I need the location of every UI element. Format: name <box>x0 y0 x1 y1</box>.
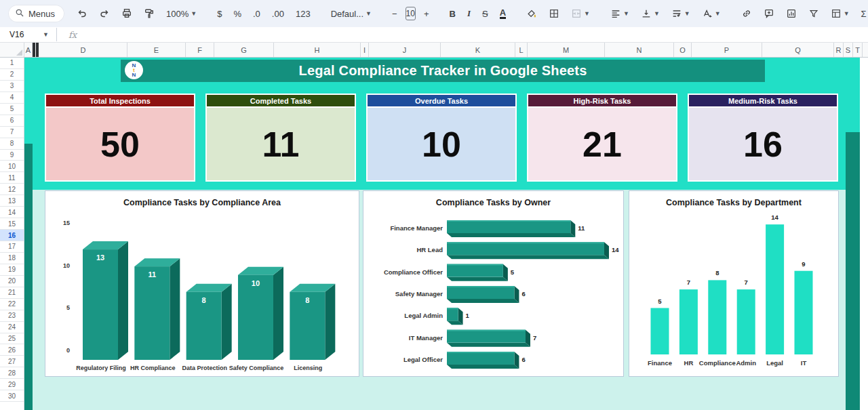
row-header-29[interactable]: 29 <box>0 379 24 390</box>
column-header-G[interactable]: G <box>214 43 274 57</box>
row-header-13[interactable]: 13 <box>0 195 24 207</box>
row-header-6[interactable]: 6 <box>0 115 24 127</box>
column-header-E[interactable]: E <box>127 43 186 57</box>
column-header-N[interactable]: N <box>605 43 674 57</box>
row-header-27[interactable]: 27 <box>0 356 24 367</box>
column-header-R[interactable]: R <box>834 43 844 57</box>
kpi-card-body: 50 <box>46 108 194 180</box>
chart-panel-2[interactable]: Compliance Tasks by Department5Finance7H… <box>629 190 839 377</box>
chart-panel-0[interactable]: Compliance Tasks by Compliance Area05101… <box>45 190 359 377</box>
row-header-11[interactable]: 11 <box>0 172 24 184</box>
kpi-card-4[interactable]: Medium-Risk Tasks16 <box>688 94 838 182</box>
borders-button[interactable] <box>545 6 563 21</box>
zoom-select[interactable]: 100%▼ <box>163 7 200 21</box>
svg-text:Safety Compliance: Safety Compliance <box>229 365 284 371</box>
row-header-16[interactable]: 16 <box>0 230 24 241</box>
filter-button[interactable] <box>805 6 823 21</box>
column-header-Q[interactable]: Q <box>762 43 834 57</box>
vertical-align-button[interactable]: ▼ <box>637 6 663 21</box>
svg-text:Compliance Tasks by Compliance: Compliance Tasks by Compliance Area <box>123 198 281 207</box>
column-header-L[interactable]: L <box>515 43 528 57</box>
italic-button[interactable]: I <box>464 6 474 21</box>
row-header-2[interactable]: 2 <box>0 69 24 81</box>
strikethrough-button[interactable]: S <box>479 7 492 21</box>
horizontal-align-button[interactable]: ▼ <box>607 6 633 21</box>
kpi-card-3[interactable]: High-Risk Tasks21 <box>527 94 677 182</box>
chart-panel-1[interactable]: Compliance Tasks by Owner11Finance Manag… <box>363 190 624 377</box>
row-header-10[interactable]: 10 <box>0 161 24 172</box>
row-header-3[interactable]: 3 <box>0 81 24 92</box>
paint-format-button[interactable] <box>140 6 158 21</box>
redo-button[interactable] <box>96 6 113 21</box>
insert-comment-button[interactable] <box>760 6 778 21</box>
row-header-7[interactable]: 7 <box>0 127 24 138</box>
sheet-canvas[interactable]: Legal Compliance Tracker in Google Sheet… <box>24 58 860 410</box>
row-header-22[interactable]: 22 <box>0 299 24 310</box>
text-wrap-button[interactable]: ▼ <box>668 6 694 21</box>
merge-cells-button[interactable]: ▼ <box>568 6 593 21</box>
column-header-I[interactable]: I <box>361 43 369 57</box>
column-header-A[interactable]: A <box>24 43 33 57</box>
kpi-card-2[interactable]: Overdue Tasks10 <box>366 94 517 182</box>
text-color-button[interactable]: A <box>500 8 506 19</box>
row-header-14[interactable]: 14 <box>0 207 24 218</box>
row-header-20[interactable]: 20 <box>0 276 24 287</box>
format-currency-button[interactable]: $ <box>214 7 225 21</box>
table-views-button[interactable]: ▼ <box>827 6 853 21</box>
undo-button[interactable] <box>73 6 91 21</box>
select-all-corner[interactable] <box>0 43 24 57</box>
svg-text:IT Manager: IT Manager <box>409 334 443 342</box>
row-header-25[interactable]: 25 <box>0 333 24 345</box>
svg-text:Admin: Admin <box>736 359 756 367</box>
kpi-card-label: Medium-Risk Tasks <box>689 95 837 108</box>
column-header-D[interactable]: D <box>39 43 127 57</box>
kpi-card-0[interactable]: Total Inspections50 <box>45 94 195 182</box>
row-header-26[interactable]: 26 <box>0 344 24 356</box>
decrease-decimal-button[interactable]: .0 <box>250 7 264 21</box>
column-header-P[interactable]: P <box>692 43 762 57</box>
insert-link-button[interactable] <box>738 6 755 21</box>
row-header-23[interactable]: 23 <box>0 310 24 322</box>
column-header-F[interactable]: F <box>186 43 214 57</box>
name-box[interactable]: V16 ▼ <box>0 30 54 39</box>
column-header-J[interactable]: J <box>369 43 441 57</box>
column-header-M[interactable]: M <box>528 43 605 57</box>
row-header-24[interactable]: 24 <box>0 322 24 333</box>
insert-chart-button[interactable] <box>783 6 800 21</box>
kpi-card-value: 50 <box>100 124 140 165</box>
increase-font-size-button[interactable]: + <box>420 7 433 21</box>
row-header-4[interactable]: 4 <box>0 92 24 104</box>
row-header-28[interactable]: 28 <box>0 367 24 379</box>
row-header-5[interactable]: 5 <box>0 104 24 115</box>
format-percent-button[interactable]: % <box>230 7 245 21</box>
font-select[interactable]: Defaul...▼ <box>328 7 375 21</box>
column-header-S[interactable]: S <box>844 43 853 57</box>
kpi-card-value: 21 <box>583 124 622 165</box>
functions-button[interactable]: Σ <box>858 7 868 21</box>
text-rotation-button[interactable]: ▼ <box>698 6 724 21</box>
font-size-input[interactable]: 10 <box>406 7 416 20</box>
bold-button[interactable]: B <box>446 7 459 21</box>
row-header-18[interactable]: 18 <box>0 253 24 264</box>
decrease-font-size-button[interactable]: − <box>389 7 401 21</box>
kpi-card-body: 21 <box>528 108 676 180</box>
row-header-17[interactable]: 17 <box>0 241 24 253</box>
number-format-button[interactable]: 123 <box>292 7 314 21</box>
row-header-1[interactable]: 1 <box>0 58 24 69</box>
increase-decimal-button[interactable]: .00 <box>269 7 288 21</box>
row-header-12[interactable]: 12 <box>0 184 24 195</box>
fill-color-button[interactable] <box>523 6 540 21</box>
kpi-card-1[interactable]: Completed Tasks11 <box>205 94 356 182</box>
column-header-H[interactable]: H <box>274 43 361 57</box>
column-header-O[interactable]: O <box>674 43 692 57</box>
print-button[interactable] <box>118 6 136 21</box>
row-header-8[interactable]: 8 <box>0 138 24 150</box>
row-header-9[interactable]: 9 <box>0 150 24 161</box>
column-header-T[interactable]: T <box>853 43 863 57</box>
row-header-30[interactable]: 30 <box>0 390 24 402</box>
row-header-21[interactable]: 21 <box>0 287 24 299</box>
row-header-19[interactable]: 19 <box>0 264 24 276</box>
row-header-15[interactable]: 15 <box>0 218 24 230</box>
menus-search-button[interactable]: Menus <box>8 5 64 22</box>
column-header-K[interactable]: K <box>441 43 515 57</box>
